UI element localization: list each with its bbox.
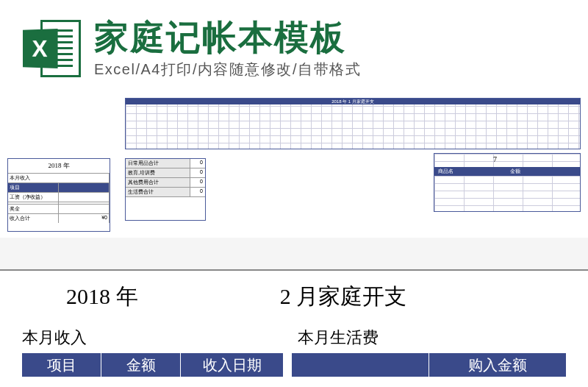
big-year: 2018 年 bbox=[22, 282, 251, 312]
row-salary: 工资（净收益） bbox=[8, 193, 59, 202]
col-item: 项目 bbox=[8, 183, 59, 192]
col-blank bbox=[59, 183, 110, 192]
title-block: 家庭记帐本模板 Excel/A4打印/内容随意修改/自带格式 bbox=[94, 18, 566, 79]
col-amount: 金额 bbox=[507, 168, 579, 175]
thumbnail-right-sheet: 7 商品名 金额 bbox=[434, 153, 581, 212]
summary-row: 日常用品合计0 bbox=[126, 159, 205, 168]
thumbnail-year: 2018 年 bbox=[8, 159, 110, 173]
big-title-row: 2018 年 2 月家庭开支 bbox=[22, 282, 566, 312]
template-header: X 家庭记帐本模板 Excel/A4打印/内容随意修改/自带格式 bbox=[0, 0, 588, 90]
big-month-title: 2 月家庭开支 bbox=[251, 282, 566, 312]
income-section-label: 本月收入 bbox=[8, 174, 110, 182]
big-section-row: 本月收入 本月生活费 bbox=[22, 327, 566, 349]
th-item: 项目 bbox=[22, 353, 101, 377]
thumbnail-number: 7 bbox=[493, 155, 497, 163]
main-preview: 2018 年 2 月家庭开支 本月收入 本月生活费 项目 金额 收入日期 购入金… bbox=[0, 269, 588, 387]
thumbnail-wide-sheet: 2018 年 1 月家庭开支 bbox=[125, 98, 581, 149]
th-date: 收入日期 bbox=[181, 353, 283, 377]
section-living: 本月生活费 bbox=[283, 327, 566, 349]
col-product: 商品名 bbox=[435, 168, 507, 175]
main-title: 家庭记帐本模板 bbox=[94, 18, 566, 57]
thumbnail-summary: 日常用品合计0 教育,培训费0 其他费用合计0 生活费合计0 bbox=[125, 158, 206, 221]
section-income: 本月收入 bbox=[22, 327, 283, 349]
subtitle: Excel/A4打印/内容随意修改/自带格式 bbox=[94, 60, 566, 79]
excel-icon-letter: X bbox=[23, 29, 58, 68]
big-table-row: 项目 金额 收入日期 购入金额 bbox=[22, 353, 566, 377]
row-bonus: 奖金 bbox=[8, 205, 59, 213]
thumbnail-right-header: 商品名 金额 bbox=[434, 167, 580, 176]
preview-thumbnails: 2018 年 1 月家庭开支 2018 年 本月收入 项目 工资（净收益） 奖金… bbox=[0, 90, 588, 238]
row-total-val: ¥0 bbox=[59, 214, 110, 223]
summary-row: 其他费用合计0 bbox=[126, 178, 205, 188]
thumbnail-wide-header: 2018 年 1 月家庭开支 bbox=[126, 99, 580, 104]
th-blank bbox=[292, 353, 429, 377]
summary-row: 教育,培训费0 bbox=[126, 168, 205, 178]
row-total: 收入合计 bbox=[8, 214, 59, 223]
income-table-header: 项目 金额 收入日期 bbox=[22, 353, 283, 377]
excel-icon: X bbox=[22, 19, 81, 78]
th-amount: 金额 bbox=[101, 353, 181, 377]
living-table-header: 购入金额 bbox=[292, 353, 566, 377]
summary-row: 生活费合计0 bbox=[126, 188, 205, 197]
th-purchase: 购入金额 bbox=[429, 353, 566, 377]
thumbnail-income-sheet: 2018 年 本月收入 项目 工资（净收益） 奖金 收入合计 ¥0 bbox=[7, 158, 110, 232]
